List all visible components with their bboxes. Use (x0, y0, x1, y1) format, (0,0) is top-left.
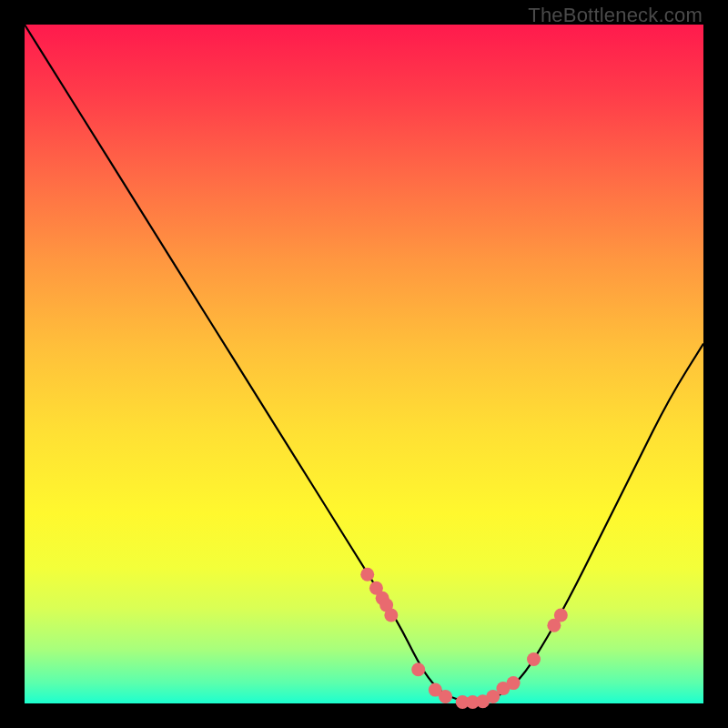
bottleneck-curve (25, 25, 703, 703)
data-point (384, 609, 398, 622)
bottleneck-chart (25, 25, 703, 703)
data-point (527, 652, 541, 666)
data-point (439, 690, 452, 703)
data-point (360, 568, 374, 581)
data-point (554, 609, 568, 622)
data-point (507, 676, 521, 690)
data-point (411, 662, 425, 676)
watermark-text: TheBottleneck.com (528, 4, 703, 27)
data-points-group (360, 568, 568, 709)
